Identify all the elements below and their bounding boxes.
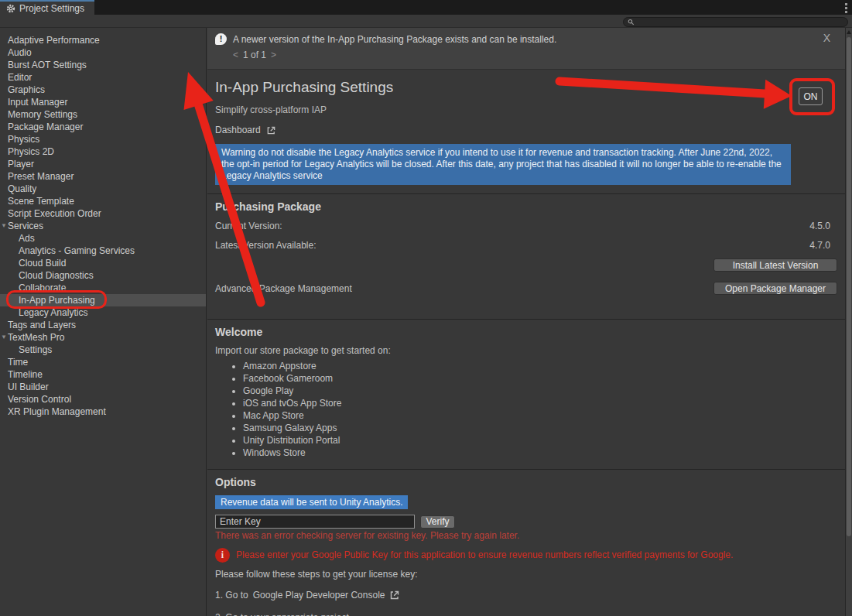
sidebar-item-audio[interactable]: ▼ Audio [0, 46, 206, 59]
sidebar-item-label: Physics [8, 134, 39, 145]
sidebar-item-label: Services [8, 221, 43, 231]
dashboard-link-label: Dashboard [215, 125, 261, 135]
revenue-analytics-badge: Revenue data will be sent to Unity Analy… [215, 495, 408, 509]
tab-title: Project Settings [19, 3, 84, 14]
google-play-console-link[interactable]: Google Play Developer Console [253, 590, 385, 601]
sidebar-item-label: Collaborate [19, 282, 66, 293]
sidebar-item-label: In-App Purchasing [19, 295, 95, 306]
google-key-input[interactable] [215, 515, 415, 529]
vertical-scrollbar[interactable] [845, 28, 852, 616]
verify-button[interactable]: Verify [420, 515, 455, 529]
sidebar-item-time[interactable]: ▼ Time [0, 356, 206, 368]
step-1-prefix: 1. Go to [215, 590, 248, 601]
store-list: Amazon AppstoreFacebook GameroomGoogle P… [229, 360, 837, 460]
sidebar-item-version-control[interactable]: ▼ Version Control [0, 393, 206, 406]
sidebar-item-adaptive-performance[interactable]: ▼ Adaptive Performance [0, 34, 206, 46]
sidebar-item-legacy-analytics[interactable]: ▼ Legacy Analytics [0, 306, 206, 319]
scroll-up-arrow-icon[interactable] [847, 30, 851, 34]
store-list-item: Mac App Store [243, 409, 837, 422]
sidebar-item-textmesh-pro[interactable]: ▼ TextMesh Pro [0, 331, 206, 344]
latest-version-row: Latest Version Available: 4.7.0 [215, 239, 837, 252]
settings-toolbar [0, 15, 852, 28]
sidebar-item-label: XR Plugin Management [8, 406, 106, 417]
store-list-item: iOS and tvOs App Store [243, 397, 837, 409]
sidebar-item-input-manager[interactable]: ▼ Input Manager [0, 96, 206, 108]
key-error-text: There was an error checking server for e… [215, 530, 837, 541]
error-info-icon: i [215, 548, 230, 563]
iap-header-section: In-App Purchasing Settings Simplify cros… [207, 70, 845, 194]
sidebar-item-package-manager[interactable]: ▼ Package Manager [0, 121, 206, 133]
sidebar-item-label: UI Builder [8, 382, 49, 392]
sidebar-item-label: Analytics - Gaming Services [19, 245, 135, 256]
search-input[interactable] [638, 18, 843, 26]
sidebar-item-cloud-build[interactable]: ▼ Cloud Build [0, 257, 206, 269]
sidebar-item-label: TextMesh Pro [8, 332, 64, 343]
sidebar-item-player[interactable]: ▼ Player [0, 158, 206, 170]
purchasing-package-section: Purchasing Package Current Version: 4.5.… [207, 194, 845, 320]
sidebar-item-physics-2d[interactable]: ▼ Physics 2D [0, 145, 206, 158]
pager-prev-button[interactable]: < [233, 50, 238, 60]
sidebar-item-textmesh-pro-settings[interactable]: ▼ Settings [0, 344, 206, 356]
sidebar-item-label: Version Control [8, 394, 71, 405]
sidebar-item-memory-settings[interactable]: ▼ Memory Settings [0, 108, 206, 121]
options-section: Options Revenue data will be sent to Uni… [207, 470, 845, 616]
sidebar-item-label: Preset Manager [8, 171, 74, 182]
sidebar-item-collaborate[interactable]: ▼ Collaborate [0, 282, 206, 294]
foldout-triangle-icon[interactable]: ▼ [1, 220, 7, 232]
sidebar-item-burst-aot-settings[interactable]: ▼ Burst AOT Settings [0, 59, 206, 71]
sidebar-item-physics[interactable]: ▼ Physics [0, 133, 206, 145]
sidebar-item-label: Input Manager [8, 97, 67, 108]
sidebar-item-timeline[interactable]: ▼ Timeline [0, 368, 206, 381]
tab-project-settings[interactable]: Project Settings [0, 0, 94, 15]
sidebar-item-label: Script Execution Order [8, 208, 101, 219]
current-version-value: 4.5.0 [809, 220, 830, 232]
sidebar-item-label: Ads [19, 233, 35, 244]
pager-label: 1 of 1 [243, 50, 266, 60]
sidebar-item-graphics[interactable]: ▼ Graphics [0, 84, 206, 96]
notification-close-button[interactable]: X [823, 32, 830, 44]
sidebar-item-editor[interactable]: ▼ Editor [0, 71, 206, 84]
tab-bar: Project Settings [0, 0, 852, 15]
notification-pager: < 1 of 1 > [233, 50, 837, 60]
install-latest-version-button[interactable]: Install Latest Version [713, 258, 837, 272]
current-version-label: Current Version: [215, 220, 282, 232]
sidebar-item-in-app-purchasing[interactable]: ▼ In-App Purchasing [0, 294, 206, 306]
sidebar-item-label: Quality [8, 183, 36, 194]
page-subtitle: Simplify cross-platform IAP [215, 104, 837, 115]
sidebar-item-ads[interactable]: ▼ Ads [0, 232, 206, 245]
store-list-item: Amazon Appstore [243, 360, 837, 372]
sidebar-item-tags-and-layers[interactable]: ▼ Tags and Layers [0, 319, 206, 331]
sidebar-item-services[interactable]: ▼ Services [0, 220, 206, 232]
welcome-intro: Import our store package to get started … [215, 345, 837, 357]
notification-bar: ! A newer version of the In-App Purchasi… [207, 28, 845, 70]
open-package-manager-button[interactable]: Open Package Manager [713, 282, 837, 295]
sidebar-item-label: Editor [8, 72, 32, 83]
window-menu-icon[interactable] [845, 3, 847, 13]
store-list-item: Google Play [243, 385, 837, 397]
sidebar-item-label: Settings [19, 344, 52, 355]
sidebar-item-ui-builder[interactable]: ▼ UI Builder [0, 381, 206, 393]
notification-message: A newer version of the In-App Purchasing… [233, 34, 556, 45]
sidebar-item-quality[interactable]: ▼ Quality [0, 183, 206, 195]
sidebar-item-scene-template[interactable]: ▼ Scene Template [0, 195, 206, 207]
page-title: In-App Purchasing Settings [215, 79, 837, 96]
store-list-item: Unity Distribution Portal [243, 434, 837, 447]
sidebar-item-xr-plugin-management[interactable]: ▼ XR Plugin Management [0, 406, 206, 418]
sidebar-item-analytics-gaming-services[interactable]: ▼ Analytics - Gaming Services [0, 245, 206, 257]
sidebar-item-label: Adaptive Performance [8, 35, 100, 46]
advanced-package-management-label: Advanced Package Management [215, 283, 352, 294]
scrollbar-thumb[interactable] [847, 37, 851, 536]
pager-next-button[interactable]: > [271, 50, 276, 60]
google-key-note: Please enter your Google Public Key for … [236, 548, 733, 563]
section-heading: Welcome [215, 326, 837, 339]
dashboard-link[interactable]: Dashboard [215, 124, 837, 136]
latest-version-label: Latest Version Available: [215, 239, 317, 252]
sidebar-item-script-execution-order[interactable]: ▼ Script Execution Order [0, 207, 206, 220]
sidebar-item-preset-manager[interactable]: ▼ Preset Manager [0, 170, 206, 183]
iap-enable-toggle[interactable]: ON [799, 87, 823, 105]
search-box[interactable] [623, 17, 848, 27]
sidebar-item-label: Memory Settings [8, 109, 77, 120]
alert-icon: ! [215, 33, 227, 45]
sidebar-item-cloud-diagnostics[interactable]: ▼ Cloud Diagnostics [0, 269, 206, 282]
foldout-triangle-icon[interactable]: ▼ [1, 331, 7, 344]
